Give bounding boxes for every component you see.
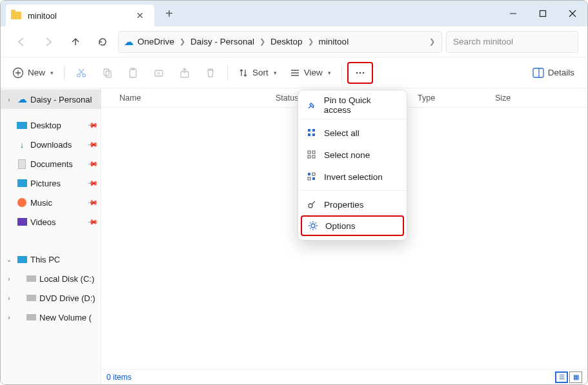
sidebar-item-onedrive[interactable]: › ☁ Daisy - Personal xyxy=(1,90,101,109)
chevron-right-icon[interactable]: ❯ xyxy=(428,37,436,46)
column-size[interactable]: Size xyxy=(489,94,540,103)
sort-button[interactable]: Sort ▾ xyxy=(233,62,282,84)
sidebar-item-dvd[interactable]: › DVD Drive (D:) xyxy=(1,288,101,308)
back-button[interactable] xyxy=(10,30,33,54)
menu-item-properties[interactable]: Properties xyxy=(298,193,407,215)
svg-text:A: A xyxy=(157,70,161,76)
details-button[interactable]: Details xyxy=(526,62,581,84)
maximize-button[interactable] xyxy=(528,1,558,26)
copy-icon xyxy=(101,67,113,79)
minimize-button[interactable] xyxy=(498,1,528,26)
sidebar-item-pictures[interactable]: Pictures 📌 xyxy=(1,173,101,193)
sidebar-item-videos[interactable]: Videos 📌 xyxy=(1,212,101,232)
chevron-right-icon[interactable]: › xyxy=(5,314,14,321)
delete-button[interactable] xyxy=(199,62,222,84)
search-input[interactable]: Search minitool xyxy=(446,31,578,53)
close-tab-button[interactable]: ✕ xyxy=(132,9,148,22)
chevron-right-icon[interactable]: ❯ xyxy=(307,37,315,46)
titlebar: minitool ✕ + xyxy=(1,1,587,26)
music-icon xyxy=(16,197,28,208)
svg-line-39 xyxy=(312,201,315,204)
chevron-right-icon[interactable]: ❯ xyxy=(178,37,187,46)
document-icon xyxy=(16,158,28,170)
svg-rect-29 xyxy=(312,133,315,136)
details-pane-icon xyxy=(532,68,544,78)
breadcrumb-root-label: OneDrive xyxy=(137,37,174,46)
breadcrumb[interactable]: ☁ OneDrive ❯ Daisy - Personal ❯ Desktop … xyxy=(118,31,442,53)
toolbar: New ▾ A Sort ▾ View ▾ xyxy=(1,57,587,88)
pin-icon: 📌 xyxy=(86,138,98,150)
invert-selection-icon xyxy=(306,171,318,183)
chevron-right-icon[interactable]: › xyxy=(5,275,14,282)
chevron-right-icon[interactable]: › xyxy=(5,96,14,103)
sidebar: › ☁ Daisy - Personal Desktop 📌 ↓ Downloa… xyxy=(1,88,101,384)
dvd-icon xyxy=(25,292,37,304)
menu-label: Options xyxy=(325,221,356,231)
menu-label: Select none xyxy=(324,150,370,160)
details-label: Details xyxy=(548,68,574,77)
select-none-icon xyxy=(306,149,318,161)
svg-rect-27 xyxy=(312,129,315,132)
sidebar-item-label: Documents xyxy=(30,159,85,169)
breadcrumb-item-2[interactable]: minitool xyxy=(319,37,349,46)
chevron-right-icon[interactable]: ❯ xyxy=(258,37,267,46)
paste-icon xyxy=(127,67,139,79)
menu-item-select-all[interactable]: Select all xyxy=(298,122,407,144)
sidebar-item-drive-new[interactable]: › New Volume ( xyxy=(1,308,101,327)
chevron-down-icon[interactable]: ⌄ xyxy=(5,256,14,263)
sidebar-item-label: Downloads xyxy=(30,140,85,150)
separator xyxy=(341,65,342,81)
svg-rect-32 xyxy=(308,155,310,158)
copy-button[interactable] xyxy=(96,62,119,84)
view-mode-toggles: ☰ ▦ xyxy=(555,371,582,383)
rename-button[interactable]: A xyxy=(147,62,170,84)
breadcrumb-root[interactable]: ☁ OneDrive xyxy=(124,36,174,48)
cut-button[interactable] xyxy=(70,62,93,84)
menu-item-invert-selection[interactable]: Invert selection xyxy=(298,166,407,188)
column-name[interactable]: Name ˄ xyxy=(101,94,269,103)
sidebar-item-downloads[interactable]: ↓ Downloads 📌 xyxy=(1,135,101,154)
paste-button[interactable] xyxy=(121,62,145,84)
sidebar-item-drive-c[interactable]: › Local Disk (C:) xyxy=(1,269,101,288)
tab-minitool[interactable]: minitool ✕ xyxy=(6,5,154,26)
disk-icon xyxy=(25,311,37,323)
menu-item-select-none[interactable]: Select none xyxy=(298,144,407,166)
videos-icon xyxy=(16,216,28,228)
view-mode-grid[interactable]: ▦ xyxy=(569,371,582,383)
refresh-button[interactable] xyxy=(91,30,114,54)
forward-button[interactable] xyxy=(37,30,60,54)
svg-rect-28 xyxy=(308,133,310,136)
sidebar-item-documents[interactable]: Documents 📌 xyxy=(1,154,101,173)
menu-item-options[interactable]: Options xyxy=(301,215,404,236)
sort-icon xyxy=(238,68,248,78)
menu-item-pin[interactable]: Pin to Quick access xyxy=(298,94,407,116)
svg-rect-37 xyxy=(312,177,315,180)
rename-icon: A xyxy=(153,67,165,79)
pictures-icon xyxy=(16,177,28,189)
view-button[interactable]: View ▾ xyxy=(285,62,336,84)
svg-point-22 xyxy=(360,72,361,74)
share-button[interactable] xyxy=(173,62,196,84)
view-mode-details[interactable]: ☰ xyxy=(555,371,568,383)
sidebar-item-desktop[interactable]: Desktop 📌 xyxy=(1,115,101,135)
breadcrumb-item-0[interactable]: Daisy - Personal xyxy=(190,37,254,46)
svg-rect-12 xyxy=(106,71,111,77)
sidebar-item-music[interactable]: Music 📌 xyxy=(1,193,101,212)
column-type[interactable]: Type xyxy=(411,94,489,103)
more-button[interactable] xyxy=(347,62,373,84)
column-label: Name xyxy=(119,94,141,103)
column-label: Size xyxy=(495,94,511,103)
svg-point-21 xyxy=(356,72,358,74)
chevron-down-icon: ▾ xyxy=(50,70,54,76)
chevron-right-icon[interactable]: › xyxy=(5,295,14,302)
close-window-button[interactable] xyxy=(558,1,587,26)
menu-label: Invert selection xyxy=(324,172,383,182)
breadcrumb-item-1[interactable]: Desktop xyxy=(270,37,303,46)
new-button[interactable]: New ▾ xyxy=(7,62,59,84)
up-button[interactable] xyxy=(64,30,87,54)
menu-label: Pin to Quick access xyxy=(324,95,399,115)
new-tab-button[interactable]: + xyxy=(158,6,180,21)
sidebar-item-label: Pictures xyxy=(30,179,85,188)
svg-rect-11 xyxy=(104,69,109,75)
sidebar-item-this-pc[interactable]: ⌄ This PC xyxy=(1,250,101,269)
